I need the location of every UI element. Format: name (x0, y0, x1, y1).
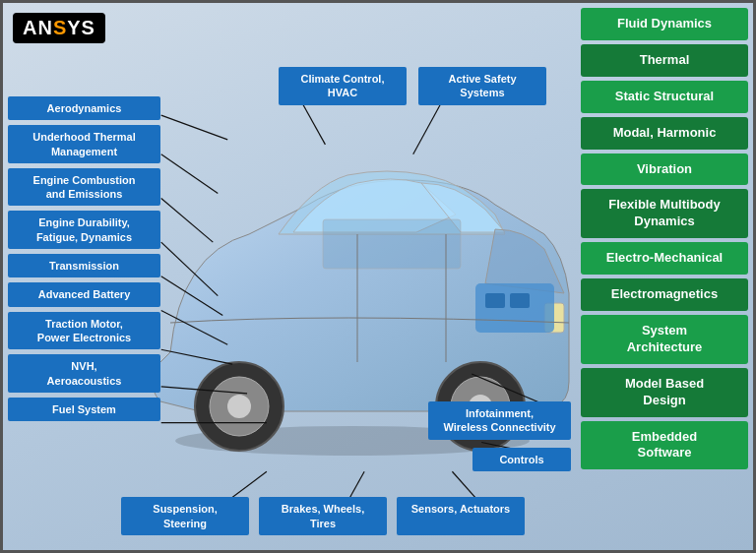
label-traction-motor[interactable]: Traction Motor,Power Electronics (8, 312, 160, 350)
mid-right-labels-container: Infotainment,Wireless Connectivity Contr… (428, 401, 571, 471)
label-fuel-system[interactable]: Fuel System (8, 398, 160, 421)
bottom-labels-container: Suspension,Steering Brakes, Wheels,Tires… (121, 497, 525, 535)
svg-rect-25 (485, 293, 505, 308)
logo-text: ANSYS (23, 17, 95, 38)
label-suspension[interactable]: Suspension,Steering (121, 497, 249, 535)
svg-rect-26 (510, 293, 530, 308)
label-sensors[interactable]: Sensors, Actuators (397, 497, 525, 535)
label-controls[interactable]: Controls (472, 448, 571, 471)
sidebar-item-electro-mechanical[interactable]: Electro-Mechanical (581, 242, 748, 275)
main-container: ANSYS (0, 0, 756, 553)
sidebar-item-thermal[interactable]: Thermal (581, 44, 748, 77)
label-advanced-battery[interactable]: Advanced Battery (8, 282, 160, 306)
sidebar-item-flexible-multibody[interactable]: Flexible MultibodyDynamics (581, 189, 748, 238)
sidebar-item-model-based-design[interactable]: Model BasedDesign (581, 368, 748, 417)
label-infotainment[interactable]: Infotainment,Wireless Connectivity (428, 401, 571, 440)
sidebar-item-fluid-dynamics[interactable]: Fluid Dynamics (581, 8, 748, 40)
svg-point-20 (227, 395, 251, 418)
sidebar-item-modal-harmonic[interactable]: Modal, Harmonic (581, 117, 748, 150)
label-nvh[interactable]: NVH,Aeroacoustics (8, 354, 160, 393)
sidebar-item-embedded-software[interactable]: EmbeddedSoftware (581, 421, 748, 470)
sidebar-item-vibration[interactable]: Vibration (581, 154, 748, 186)
right-sidebar: Fluid Dynamics Thermal Static Structural… (581, 8, 748, 469)
label-brakes[interactable]: Brakes, Wheels,Tires (259, 497, 387, 535)
sidebar-item-system-architecture[interactable]: SystemArchitecture (581, 315, 748, 364)
svg-rect-27 (323, 219, 461, 269)
label-climate-control[interactable]: Climate Control,HVAC (279, 67, 407, 105)
label-engine-combustion[interactable]: Engine Combustionand Emissions (8, 168, 160, 207)
label-aerodynamics[interactable]: Aerodynamics (8, 96, 160, 120)
top-labels-container: Climate Control,HVAC Active SafetySystem… (279, 67, 546, 105)
label-transmission[interactable]: Transmission (8, 254, 160, 277)
sidebar-item-electromagnetics[interactable]: Electromagnetics (581, 278, 748, 311)
sidebar-item-static-structural[interactable]: Static Structural (581, 81, 748, 113)
ansys-logo: ANSYS (13, 13, 105, 43)
label-underhood-thermal[interactable]: Underhood ThermalManagement (8, 125, 160, 163)
label-active-safety[interactable]: Active SafetySystems (418, 67, 546, 105)
left-labels-container: Aerodynamics Underhood ThermalManagement… (8, 96, 160, 421)
label-engine-durability[interactable]: Engine Durability,Fatigue, Dynamics (8, 211, 160, 249)
